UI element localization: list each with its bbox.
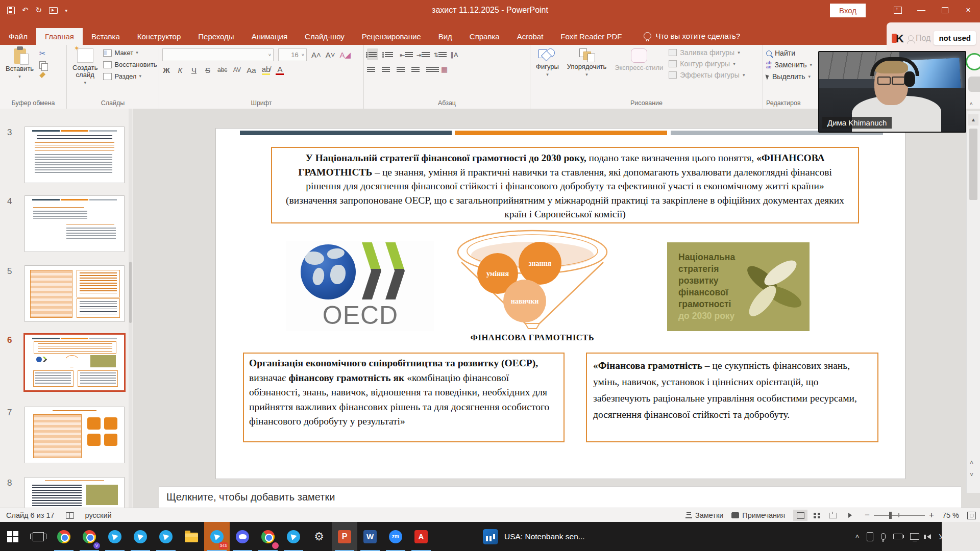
- zoom-slider[interactable]: [874, 515, 925, 516]
- tab-animations[interactable]: Анимация: [243, 28, 296, 45]
- quick-styles-button[interactable]: Экспресс-стили: [612, 47, 666, 72]
- webcam-overlay[interactable]: Дима Khimanuch: [818, 51, 966, 133]
- character-spacing-button[interactable]: AV: [233, 66, 241, 73]
- close-button[interactable]: ×: [957, 0, 980, 20]
- shape-outline-button[interactable]: Контур фигуры▾: [669, 60, 745, 68]
- zoom-in-button[interactable]: +: [929, 510, 934, 520]
- microphone-icon[interactable]: [881, 533, 886, 540]
- task-view-button[interactable]: [26, 522, 51, 551]
- taskbar-telegram-4[interactable]: [281, 522, 306, 551]
- phone-link-icon[interactable]: [867, 532, 873, 541]
- arrange-button[interactable]: Упорядочить ▾: [565, 47, 609, 78]
- numbering-button[interactable]: [385, 50, 393, 59]
- italic-button[interactable]: К: [176, 66, 184, 74]
- tab-foxit[interactable]: Foxit Reader PDF: [552, 28, 630, 45]
- tab-home[interactable]: Главная: [36, 28, 83, 45]
- taskbar-chrome-2[interactable]: V: [77, 522, 102, 551]
- slide-thumbnail-5[interactable]: [24, 265, 125, 322]
- taskbar-acrobat[interactable]: A: [408, 522, 434, 551]
- funnel-diagram[interactable]: уміння знання навички ФІНАНСОВА ГРАМОТНІ…: [448, 229, 617, 343]
- increase-indent-button[interactable]: ⇥: [416, 50, 427, 59]
- slide-thumbnail-3[interactable]: [24, 127, 125, 183]
- zoom-slider-thumb[interactable]: [889, 512, 892, 519]
- strikethrough-button[interactable]: S: [204, 66, 212, 74]
- tab-transitions[interactable]: Переходы: [189, 28, 242, 45]
- tab-design[interactable]: Конструктор: [129, 28, 190, 45]
- next-slide-icon[interactable]: ˅: [970, 471, 973, 479]
- oecd-definition-text-box[interactable]: Організація економічного співробітництва…: [243, 353, 565, 442]
- decrease-indent-button[interactable]: ⇤: [400, 50, 410, 59]
- cut-icon[interactable]: ✂: [39, 49, 46, 58]
- slide-thumbnail-4[interactable]: [24, 195, 125, 252]
- zoom-percentage[interactable]: 75 %: [942, 511, 959, 519]
- panel-scrollbar[interactable]: [129, 109, 132, 508]
- copy-icon[interactable]: [39, 61, 46, 69]
- notes-toggle[interactable]: Заметки: [685, 511, 723, 519]
- align-left-button[interactable]: [367, 65, 375, 73]
- section-button[interactable]: Раздел▾: [103, 72, 157, 80]
- bold-button[interactable]: Ж: [162, 66, 170, 74]
- save-icon[interactable]: [7, 7, 15, 14]
- shrink-font-button[interactable]: A˅: [326, 51, 335, 59]
- zoom-out-button[interactable]: −: [865, 510, 870, 520]
- tab-help[interactable]: Справка: [461, 28, 508, 45]
- normal-view-button[interactable]: [793, 510, 807, 521]
- scrollbar-thumb[interactable]: [969, 129, 977, 200]
- taskbar-zoom[interactable]: zm: [383, 522, 408, 551]
- taskbar-file-explorer[interactable]: [179, 522, 204, 551]
- battery-icon[interactable]: [893, 534, 902, 539]
- literacy-definition-text-box[interactable]: «Фінансова грамотність – це сукупність ф…: [586, 353, 878, 442]
- slide-scrollbar[interactable]: ▲ ˄ ˅: [966, 111, 980, 493]
- language-indicator[interactable]: русский: [85, 511, 112, 519]
- font-size-combo[interactable]: 16˅: [278, 48, 307, 61]
- redo-icon[interactable]: ↻: [36, 6, 42, 15]
- new-slide-button[interactable]: Создать слайд ▾: [70, 47, 100, 86]
- tab-insert[interactable]: Вставка: [83, 28, 129, 45]
- minimize-button[interactable]: —: [910, 0, 933, 20]
- smartart-convert-button[interactable]: ▦: [441, 65, 448, 73]
- speaker-icon[interactable]: [927, 534, 931, 539]
- comments-toggle[interactable]: Примечания: [731, 511, 785, 519]
- fit-to-window-icon[interactable]: [967, 512, 976, 519]
- slide-sorter-view-button[interactable]: [810, 510, 824, 521]
- justify-button[interactable]: [411, 65, 420, 73]
- reading-view-button[interactable]: [826, 510, 840, 521]
- notes-pane[interactable]: Щелкните, чтобы добавить заметки: [159, 486, 961, 508]
- sign-in-button[interactable]: Вход: [830, 4, 866, 17]
- undo-icon[interactable]: ↶: [22, 6, 29, 15]
- bullets-button[interactable]: [367, 48, 378, 60]
- tab-file[interactable]: Файл: [0, 28, 36, 45]
- change-case-button[interactable]: Aa: [247, 66, 256, 74]
- tab-acrobat[interactable]: Acrobat: [508, 28, 552, 45]
- tell-me-box[interactable]: Что вы хотите сделать?: [644, 32, 740, 45]
- highlight-color-button[interactable]: аb̸: [262, 65, 271, 75]
- shape-effects-button[interactable]: Эффекты фигуры▾: [669, 71, 745, 79]
- taskbar-telegram-2[interactable]: [128, 522, 153, 551]
- spell-check-icon[interactable]: [66, 512, 74, 519]
- restore-button[interactable]: [933, 0, 957, 20]
- underline-button[interactable]: Ч: [190, 66, 198, 74]
- taskbar-discord[interactable]: [230, 522, 255, 551]
- definition-text-box[interactable]: У Національній стратегії фінансової грам…: [271, 147, 859, 223]
- align-center-button[interactable]: [382, 65, 390, 73]
- shadow-button[interactable]: abc: [217, 66, 227, 73]
- tray-expand-icon[interactable]: ˄: [855, 533, 860, 540]
- slide-thumbnail-7[interactable]: [24, 407, 125, 463]
- slide-canvas[interactable]: У Національній стратегії фінансової грам…: [215, 128, 905, 479]
- slideshow-view-button[interactable]: [842, 510, 856, 521]
- tab-view[interactable]: Вид: [430, 28, 461, 45]
- recording-indicator-icon[interactable]: [966, 53, 980, 70]
- start-slideshow-icon[interactable]: [49, 7, 58, 14]
- font-name-combo[interactable]: ˅: [162, 48, 274, 61]
- side-toolbar-handle[interactable]: [968, 77, 980, 92]
- clear-formatting-button[interactable]: A◢: [340, 51, 351, 60]
- paste-button[interactable]: Вставить ▾: [3, 47, 36, 80]
- taskbar-telegram-notification[interactable]: 343: [204, 522, 230, 551]
- taskbar-telegram-3[interactable]: [153, 522, 179, 551]
- taskbar-powerpoint-active[interactable]: P: [332, 522, 357, 551]
- format-painter-icon[interactable]: [39, 72, 45, 78]
- slide-thumbnail-8[interactable]: [24, 477, 125, 508]
- font-color-button[interactable]: А: [276, 65, 284, 75]
- align-right-button[interactable]: [397, 65, 405, 73]
- start-button[interactable]: [0, 522, 26, 551]
